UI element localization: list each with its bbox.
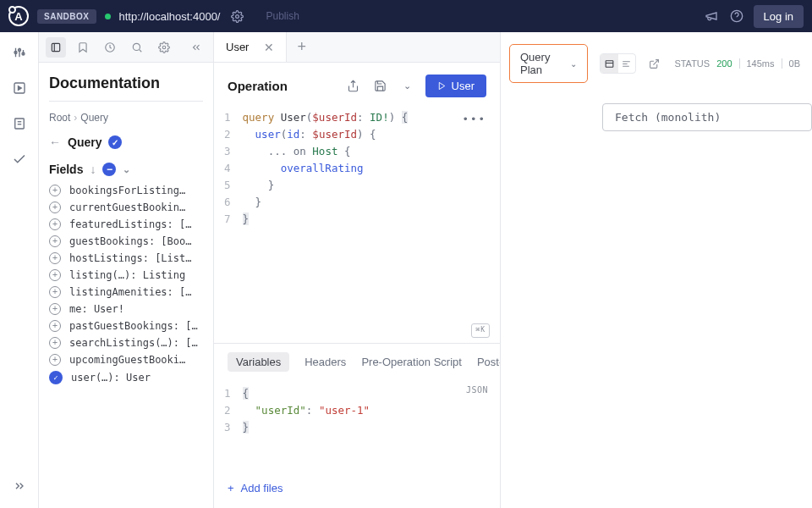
- help-icon[interactable]: [728, 8, 745, 25]
- sort-down-icon[interactable]: ↓: [90, 163, 96, 176]
- plus-circle-icon[interactable]: +: [49, 320, 61, 332]
- add-files-button[interactable]: + Add files: [214, 473, 500, 508]
- chevron-down-icon[interactable]: ⌄: [123, 164, 130, 175]
- svg-marker-10: [18, 86, 21, 91]
- add-tab-button[interactable]: +: [287, 38, 316, 56]
- field-item[interactable]: +bookingsForListing…: [49, 185, 203, 196]
- tab-variables[interactable]: Variables: [228, 352, 289, 372]
- field-label: me: User!: [69, 303, 124, 315]
- operation-editor[interactable]: 1234567 query User($userId: ID!) { user(…: [214, 109, 500, 343]
- plus-circle-icon[interactable]: +: [49, 269, 61, 281]
- field-item[interactable]: +listing(…): Listing: [49, 269, 203, 281]
- field-item[interactable]: +hostListings: [List…: [49, 252, 203, 264]
- plus-circle-icon[interactable]: +: [49, 303, 61, 315]
- field-label: upcomingGuestBooki…: [69, 354, 185, 366]
- plus-circle-icon[interactable]: +: [49, 202, 61, 213]
- field-item[interactable]: +searchListings(…): […: [49, 337, 203, 349]
- svg-point-17: [133, 43, 140, 50]
- center-panel: User ✕ + Operation ⌄ User 1234567 query …: [213, 32, 501, 508]
- view-chart-icon[interactable]: [601, 54, 617, 73]
- field-item[interactable]: +currentGuestBookin…: [49, 202, 203, 213]
- operation-title: Operation: [228, 79, 336, 93]
- plus-circle-icon[interactable]: +: [49, 252, 61, 264]
- query-plan-button[interactable]: Query Plan ⌄: [509, 44, 588, 83]
- code-content[interactable]: query User($userId: ID!) { user(id: $use…: [243, 109, 409, 333]
- docs-view-icon[interactable]: [46, 37, 66, 58]
- plus-circle-icon[interactable]: +: [49, 286, 61, 298]
- field-item[interactable]: ✓user(…): User: [49, 371, 203, 384]
- json-label: JSON: [466, 384, 488, 397]
- run-label: User: [452, 80, 475, 92]
- fetch-node[interactable]: Fetch (monolith): [602, 103, 812, 131]
- view-text-icon[interactable]: [618, 54, 635, 73]
- field-label: listing(…): Listing: [69, 269, 185, 281]
- expand-rail-icon[interactable]: [8, 474, 31, 498]
- plus-circle-icon[interactable]: +: [49, 218, 61, 230]
- settings-gear-icon[interactable]: [229, 8, 246, 25]
- checks-icon[interactable]: [8, 147, 31, 171]
- field-item[interactable]: +featuredListings: […: [49, 218, 203, 230]
- check-icon[interactable]: ✓: [49, 371, 63, 384]
- tab-pre-script[interactable]: Pre-Operation Script: [361, 356, 462, 368]
- share-icon[interactable]: [344, 77, 363, 96]
- response-header: Query Plan ⌄ STATUS 200 145ms 0B: [501, 32, 812, 95]
- breadcrumb[interactable]: Root›Query: [49, 112, 203, 124]
- tab-label: User: [226, 41, 249, 53]
- topbar: A SANDBOX http://localhost:4000/ Publish…: [0, 0, 812, 32]
- doc-toolbar: [39, 32, 213, 63]
- breadcrumb-root[interactable]: Root: [49, 112, 70, 124]
- run-button[interactable]: User: [425, 75, 486, 97]
- field-label: listingAmenities: […: [69, 286, 192, 298]
- plus-circle-icon[interactable]: +: [49, 354, 61, 366]
- deselect-all-icon[interactable]: −: [102, 163, 116, 176]
- svg-point-0: [236, 14, 239, 18]
- chevron-down-icon: ⌄: [570, 59, 577, 69]
- collapse-panel-icon[interactable]: [186, 37, 206, 58]
- query-plan-label: Query Plan: [520, 51, 565, 76]
- history-icon[interactable]: [100, 37, 120, 58]
- back-arrow-icon[interactable]: ←: [49, 135, 61, 149]
- field-item[interactable]: +upcomingGuestBooki…: [49, 354, 203, 366]
- play-icon[interactable]: [8, 76, 31, 100]
- gear-icon[interactable]: [154, 37, 174, 58]
- add-files-label: Add files: [241, 482, 283, 494]
- check-badge-icon[interactable]: ✓: [108, 135, 122, 149]
- login-button[interactable]: Log in: [754, 5, 804, 28]
- connection-status-dot: [105, 14, 111, 19]
- tab-headers[interactable]: Headers: [304, 356, 346, 368]
- more-options-icon[interactable]: •••: [462, 111, 486, 128]
- svg-line-27: [654, 59, 659, 64]
- field-label: bookingsForListing…: [69, 185, 185, 196]
- field-item[interactable]: +pastGuestBookings: […: [49, 320, 203, 332]
- open-external-icon[interactable]: [648, 56, 661, 71]
- documentation-panel: Documentation Root›Query ← Query ✓ Field…: [39, 32, 213, 508]
- search-icon[interactable]: [127, 37, 147, 58]
- bookmark-icon[interactable]: [73, 37, 93, 58]
- close-tab-icon[interactable]: ✕: [264, 41, 274, 54]
- explorer-icon[interactable]: [8, 41, 31, 64]
- plus-circle-icon[interactable]: +: [49, 235, 61, 247]
- endpoint-url[interactable]: http://localhost:4000/: [119, 10, 221, 23]
- tab-post-script[interactable]: Post-Oper: [477, 356, 500, 368]
- plus-circle-icon[interactable]: +: [49, 337, 61, 349]
- chevron-down-icon[interactable]: ⌄: [398, 77, 417, 96]
- variables-editor[interactable]: 123 { "userId": "user-1" } JSON: [214, 380, 500, 473]
- plus-icon: +: [228, 482, 234, 494]
- apollo-logo[interactable]: A: [8, 6, 29, 26]
- publish-button[interactable]: Publish: [258, 7, 308, 25]
- announcement-icon[interactable]: [703, 8, 720, 25]
- line-gutter: 1234567: [224, 109, 243, 333]
- save-icon[interactable]: [371, 77, 390, 96]
- field-label: searchListings(…): […: [69, 337, 198, 349]
- svg-line-18: [140, 49, 142, 52]
- variables-content[interactable]: { "userId": "user-1" }: [243, 385, 370, 468]
- line-gutter: 123: [224, 385, 243, 468]
- schema-icon[interactable]: [8, 112, 31, 135]
- field-item[interactable]: +me: User!: [49, 303, 203, 315]
- field-item[interactable]: +guestBookings: [Boo…: [49, 235, 203, 247]
- field-item[interactable]: +listingAmenities: […: [49, 286, 203, 298]
- response-time: 145ms: [747, 58, 775, 69]
- tab-user[interactable]: User ✕: [214, 32, 287, 62]
- plus-circle-icon[interactable]: +: [49, 185, 61, 196]
- status-label: STATUS: [674, 58, 710, 69]
